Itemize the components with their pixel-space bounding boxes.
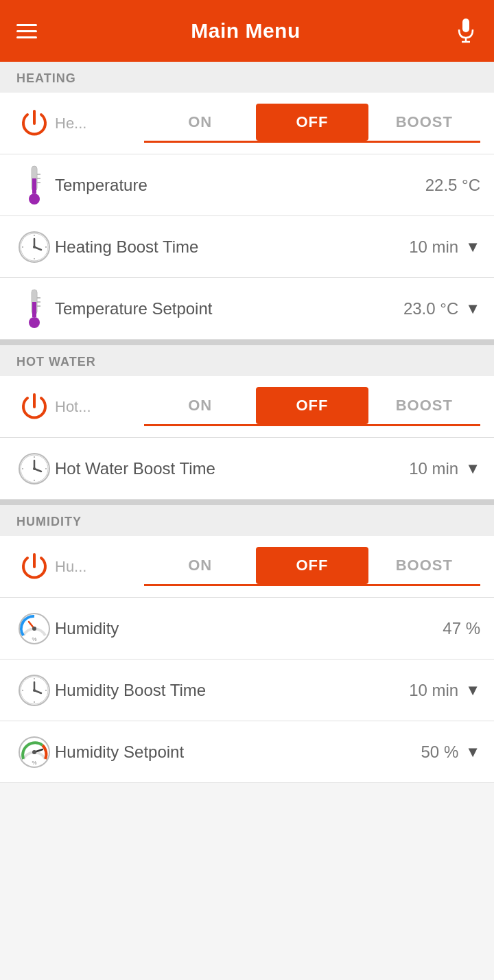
svg-point-4 — [29, 194, 40, 205]
humidity-boost-time-value[interactable]: 10 min ▼ — [409, 681, 480, 700]
svg-point-41 — [33, 689, 36, 692]
svg-point-48 — [32, 750, 36, 754]
svg-rect-5 — [32, 178, 36, 194]
svg-point-35 — [32, 627, 36, 631]
hot-water-on-button[interactable]: ON — [144, 387, 256, 424]
section-divider-2 — [0, 500, 494, 505]
section-label-heating: HEATING — [0, 62, 494, 93]
thermometer-setpoint-icon — [14, 288, 55, 329]
hot-water-off-button[interactable]: OFF — [256, 387, 368, 424]
humidity-off-button[interactable]: OFF — [256, 547, 368, 584]
heating-power-icon — [14, 107, 55, 140]
hot-water-boost-time-value[interactable]: 10 min ▼ — [409, 459, 480, 478]
clock-icon-hot-water — [14, 451, 55, 487]
humidity-setpoint-gauge-icon: % — [14, 734, 55, 770]
humidity-on-button[interactable]: ON — [144, 547, 256, 584]
humidity-setpoint-value[interactable]: 50 % ▼ — [421, 743, 480, 762]
hot-water-boost-time-label: Hot Water Boost Time — [55, 459, 409, 478]
header-title: Main Menu — [191, 19, 301, 43]
hot-water-boost-button[interactable]: BOOST — [368, 387, 480, 424]
section-divider-1 — [0, 340, 494, 345]
humidity-toggle-label: Hu... — [55, 558, 137, 576]
hot-water-toggle-row: Hot... ON OFF BOOST — [0, 376, 494, 438]
temp-setpoint-dropdown-arrow[interactable]: ▼ — [465, 300, 480, 318]
hamburger-menu-icon[interactable] — [16, 24, 37, 38]
humidity-setpoint-row: % Humidity Setpoint 50 % ▼ — [0, 721, 494, 783]
heating-boost-button[interactable]: BOOST — [368, 104, 480, 141]
humidity-power-icon — [14, 550, 55, 583]
humidity-label: Humidity — [55, 619, 443, 638]
heating-boost-time-value[interactable]: 10 min ▼ — [409, 237, 480, 257]
temperature-value: 22.5 °C — [425, 176, 480, 195]
temperature-label: Temperature — [55, 176, 425, 195]
temp-setpoint-label: Temperature Setpoint — [55, 299, 403, 318]
svg-point-19 — [29, 317, 40, 328]
humidity-setpoint-dropdown-arrow[interactable]: ▼ — [465, 743, 480, 761]
hot-water-boost-time-dropdown-arrow[interactable]: ▼ — [465, 460, 480, 478]
temp-setpoint-value[interactable]: 23.0 °C ▼ — [403, 299, 480, 318]
humidity-setpoint-label: Humidity Setpoint — [55, 743, 421, 762]
svg-point-28 — [33, 467, 36, 470]
clock-icon-humidity — [14, 673, 55, 708]
heating-on-button[interactable]: ON — [144, 104, 256, 141]
hot-water-toggle-label: Hot... — [55, 398, 137, 416]
heating-boost-time-label: Heating Boost Time — [55, 237, 409, 257]
microphone-icon[interactable] — [454, 19, 478, 43]
heating-off-button[interactable]: OFF — [256, 104, 368, 141]
humidity-reading-value: 47 % — [443, 619, 480, 638]
clock-icon-heating — [14, 229, 55, 265]
humidity-boost-time-label: Humidity Boost Time — [55, 681, 409, 700]
hot-water-toggle-wrapper: ON OFF BOOST — [137, 387, 480, 426]
svg-point-13 — [33, 246, 36, 248]
heating-toggle-label: He... — [55, 115, 137, 132]
heating-toggle-row: He... ON OFF BOOST — [0, 93, 494, 154]
hot-water-power-icon — [14, 390, 55, 423]
app-header: Main Menu — [0, 0, 494, 62]
thermometer-icon — [14, 165, 55, 206]
humidity-gauge-icon: % — [14, 611, 55, 646]
temperature-setpoint-row: Temperature Setpoint 23.0 °C ▼ — [0, 278, 494, 340]
svg-text:%: % — [32, 760, 36, 766]
humidity-toggle-row: Hu... ON OFF BOOST — [0, 536, 494, 598]
humidity-boost-button[interactable]: BOOST — [368, 547, 480, 584]
heating-boost-time-row: Heating Boost Time 10 min ▼ — [0, 216, 494, 278]
heating-temperature-row: Temperature 22.5 °C — [0, 154, 494, 216]
svg-text:%: % — [32, 636, 36, 642]
svg-rect-20 — [32, 302, 36, 317]
heating-boost-time-dropdown-arrow[interactable]: ▼ — [465, 238, 480, 256]
svg-rect-0 — [462, 19, 469, 32]
section-label-hot-water: HOT WATER — [0, 345, 494, 376]
humidity-boost-time-row: Humidity Boost Time 10 min ▼ — [0, 660, 494, 721]
section-label-humidity: HUMIDITY — [0, 505, 494, 536]
humidity-boost-time-dropdown-arrow[interactable]: ▼ — [465, 681, 480, 699]
hot-water-boost-time-row: Hot Water Boost Time 10 min ▼ — [0, 438, 494, 500]
heating-toggle-wrapper: ON OFF BOOST — [137, 104, 480, 143]
humidity-toggle-wrapper: ON OFF BOOST — [137, 547, 480, 586]
humidity-value-row: % Humidity 47 % — [0, 598, 494, 660]
